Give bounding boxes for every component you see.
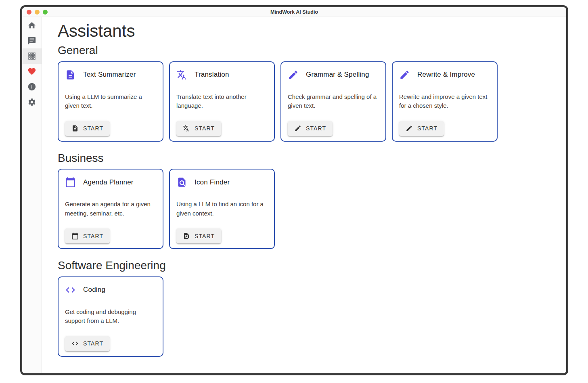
card-header: Translation — [176, 68, 268, 80]
card-row: Text Summarizer Using a LLM to summarize… — [58, 61, 558, 142]
edit-icon — [406, 125, 413, 132]
code-icon — [65, 285, 76, 295]
edit-icon — [399, 69, 410, 80]
app-window: MindWork AI Studio Assistants General Te… — [20, 5, 568, 375]
card-title: Rewrite & Improve — [417, 71, 475, 79]
card-title: Translation — [195, 71, 229, 79]
card-description: Check grammar and spelling of a given te… — [288, 92, 379, 111]
edit-icon — [288, 69, 299, 80]
calendar-icon — [65, 177, 76, 188]
card-description: Get coding and debugging support from a … — [65, 308, 156, 326]
code-icon — [71, 340, 79, 347]
page-title: Assistants — [58, 22, 558, 40]
translate-icon — [183, 125, 190, 132]
assistant-card[interactable]: Text Summarizer Using a LLM to summarize… — [58, 61, 163, 142]
assistant-section: Business Agenda Planner Generate an agen… — [58, 151, 558, 249]
zoom-button[interactable] — [43, 10, 48, 15]
edit-icon — [294, 125, 301, 132]
card-header: Icon Finder — [176, 175, 268, 188]
assistant-card[interactable]: Coding Get coding and debugging support … — [58, 276, 163, 357]
start-button-label: START — [83, 233, 103, 239]
card-row: Agenda Planner Generate an agenda for a … — [58, 169, 558, 249]
sidebar-item-favorites[interactable] — [22, 64, 42, 79]
start-button[interactable]: START — [65, 121, 110, 136]
start-button-label: START — [83, 125, 103, 132]
card-description: Using a LLM to find an icon for a given … — [176, 200, 268, 218]
card-header: Agenda Planner — [65, 175, 156, 188]
card-description: Generate an agenda for a given meeting, … — [65, 200, 156, 218]
apps-icon — [27, 52, 36, 61]
find-in-page-icon — [176, 177, 187, 188]
card-title: Agenda Planner — [83, 178, 134, 186]
sidebar-item-home[interactable] — [22, 18, 42, 33]
assistant-section: General Text Summarizer Using a LLM to s… — [58, 44, 558, 142]
card-description: Using a LLM to summarize a given text. — [65, 92, 156, 111]
window-controls — [27, 10, 48, 15]
start-button[interactable]: START — [288, 121, 333, 136]
minimize-button[interactable] — [35, 10, 40, 15]
card-header: Rewrite & Improve — [399, 68, 490, 80]
sidebar — [22, 17, 42, 373]
start-button-label: START — [195, 125, 215, 132]
close-button[interactable] — [27, 10, 31, 15]
titlebar[interactable]: MindWork AI Studio — [22, 7, 566, 17]
card-description: Rewrite and improve a given text for a c… — [399, 92, 490, 111]
card-header: Text Summarizer — [65, 68, 156, 80]
start-button[interactable]: START — [65, 336, 110, 351]
info-icon — [27, 82, 36, 91]
sidebar-item-assistants[interactable] — [22, 48, 42, 64]
card-title: Text Summarizer — [83, 71, 136, 79]
assistant-card[interactable]: Icon Finder Using a LLM to find an icon … — [169, 169, 275, 249]
sidebar-item-about[interactable] — [22, 79, 42, 94]
start-button[interactable]: START — [176, 228, 221, 243]
section-title: General — [58, 44, 558, 57]
sidebar-item-settings[interactable] — [22, 94, 42, 110]
start-button[interactable]: START — [176, 121, 221, 136]
section-title: Software Engineering — [58, 259, 558, 272]
card-header: Grammar & Spelling — [288, 68, 379, 80]
card-title: Grammar & Spelling — [306, 71, 369, 79]
card-header: Coding — [65, 283, 156, 295]
assistant-card[interactable]: Translation Translate text into another … — [169, 61, 275, 142]
assistant-card[interactable]: Agenda Planner Generate an agenda for a … — [58, 169, 163, 249]
card-description: Translate text into another language. — [176, 92, 268, 111]
start-button-label: START — [417, 125, 437, 132]
start-button-label: START — [195, 233, 215, 239]
translate-icon — [176, 69, 187, 80]
card-title: Coding — [83, 286, 105, 294]
assistant-card[interactable]: Rewrite & Improve Rewrite and improve a … — [392, 61, 498, 142]
section-title: Business — [58, 151, 558, 165]
sidebar-item-chats[interactable] — [22, 33, 42, 48]
start-button[interactable]: START — [65, 228, 110, 243]
assistant-section: Software Engineering Coding Get coding a… — [58, 259, 558, 357]
start-button-label: START — [83, 340, 103, 347]
window-title: MindWork AI Studio — [270, 9, 318, 15]
sections-container: General Text Summarizer Using a LLM to s… — [58, 44, 558, 357]
heart-icon — [27, 67, 36, 76]
card-row: Coding Get coding and debugging support … — [58, 276, 558, 357]
chat-icon — [27, 36, 36, 45]
home-icon — [27, 21, 36, 30]
calendar-icon — [71, 232, 79, 240]
window-body: Assistants General Text Summarizer Using… — [22, 17, 566, 373]
card-title: Icon Finder — [195, 178, 230, 186]
main-content: Assistants General Text Summarizer Using… — [42, 17, 566, 373]
settings-icon — [27, 98, 36, 107]
assistant-card[interactable]: Grammar & Spelling Check grammar and spe… — [280, 61, 386, 142]
find-in-page-icon — [183, 232, 190, 240]
description-icon — [65, 69, 76, 80]
start-button-label: START — [306, 125, 326, 132]
description-icon — [71, 125, 79, 132]
start-button[interactable]: START — [399, 121, 444, 136]
